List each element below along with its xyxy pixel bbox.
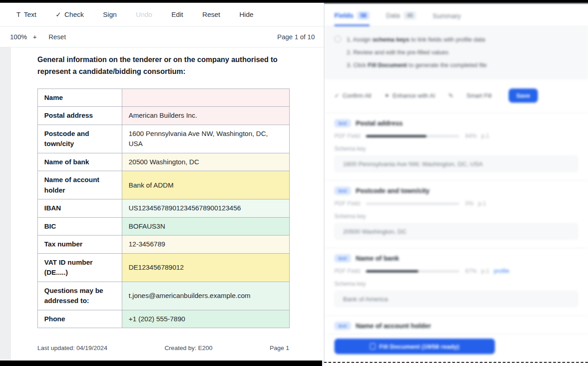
tab-data[interactable]: Data 46: [386, 11, 416, 26]
confirm-all-label: Confirm All: [343, 92, 371, 99]
table-row: Postal address American Builders Inc.: [38, 107, 290, 125]
last-updated-text: Last updated: 04/19/2024: [37, 345, 107, 351]
toolbar-button-text[interactable]: T Text: [16, 10, 36, 18]
form-section-heading: General information on the tenderer or o…: [37, 54, 284, 78]
field-card-header: text Name of account holder: [334, 322, 578, 330]
field-value[interactable]: 20500 Washington, DC: [122, 153, 290, 171]
zoom-toolbar: 100% + Reset Page 1 of 10: [0, 26, 324, 47]
toolbar-button-hide[interactable]: Hide: [239, 10, 254, 18]
field-value[interactable]: Bank of ADDM: [122, 171, 290, 199]
enhance-with-ai-button[interactable]: ✦ Enhance with AI: [385, 92, 435, 99]
instruction-list: 1. Assign schema keys to link fields wit…: [347, 33, 487, 72]
table-row: Name of account holder Bank of ADDM: [38, 171, 290, 199]
schema-key-label: Schema key: [334, 213, 578, 220]
toolbar-button-sign[interactable]: Sign: [103, 10, 117, 18]
field-value[interactable]: 1600 Pennsylvania Ave NW, Washington, DC…: [122, 125, 290, 153]
instruction-line: 2. Review and edit the pre-filled values: [347, 46, 487, 59]
tab-label: Data: [386, 12, 400, 19]
toolbar-button-label: Sign: [103, 10, 117, 18]
field-value[interactable]: American Builders Inc.: [122, 107, 290, 125]
field-label: Phone: [38, 310, 122, 328]
instruction-line: 3. Click Fill Document to generate the c…: [347, 59, 487, 72]
field-label: VAT ID number (DE.....): [38, 253, 122, 282]
field-label: BIC: [38, 217, 122, 235]
document-viewer: T Text ✓ Check Sign Undo Edit Reset Hide…: [0, 3, 324, 366]
field-value-input[interactable]: 20500 Washington, DC: [334, 223, 578, 240]
field-value[interactable]: t.jones@americanbuilders.example.com: [122, 282, 290, 310]
sparkle-icon: ✦: [385, 92, 390, 99]
info-circle-icon: [334, 36, 341, 42]
pdf-field-label: PDF Field:: [334, 268, 361, 274]
field-card-header: text Name of bank: [334, 254, 578, 262]
smart-fill-button[interactable]: Smart Fill: [467, 92, 492, 99]
document-icon: [370, 343, 375, 350]
top-black-bar: [0, 0, 588, 3]
field-value[interactable]: 12-3456789: [122, 235, 290, 254]
pencil-icon: ✎: [448, 92, 453, 99]
tab-fields[interactable]: Fields 58: [334, 11, 369, 26]
field-type-tag: text: [334, 322, 351, 330]
field-type-tag: text: [334, 254, 351, 262]
fill-document-button[interactable]: Fill Document (19/58 ready): [334, 339, 495, 354]
field-card-title: Name of bank: [356, 255, 399, 262]
panel-footer: Fill Document (19/58 ready): [324, 334, 588, 362]
field-value[interactable]: +1 (202) 555-7890: [122, 310, 290, 328]
table-row: Name: [38, 89, 290, 107]
field-value-input[interactable]: Bank of America: [334, 291, 578, 307]
field-card-title: Name of account holder: [356, 322, 431, 329]
field-card-title: Postal address: [356, 120, 403, 127]
field-card-list: text Postal address PDF Field: 84% p.1 S…: [324, 113, 588, 350]
table-row: Tax number 12-3456789: [38, 235, 290, 254]
editor-toolbar: T Text ✓ Check Sign Undo Edit Reset Hide: [0, 3, 324, 26]
field-card: text Postcode and town/city PDF Field: 0…: [324, 180, 588, 248]
zoom-reset-button[interactable]: Reset: [49, 33, 66, 41]
created-by-text: Created by: E200: [165, 345, 213, 351]
zoom-in-button[interactable]: +: [33, 33, 36, 41]
toolbar-button-edit[interactable]: Edit: [172, 10, 183, 18]
match-percent: 0%: [465, 200, 474, 207]
edit-icon[interactable]: ✎: [448, 92, 453, 99]
profile-link[interactable]: profile: [494, 268, 509, 274]
fields-panel: Fields 58 Data 46 Summary 1. Assign sche…: [324, 3, 588, 363]
page-reference: p.1: [481, 133, 489, 139]
schema-key-label: Schema key: [334, 146, 578, 152]
field-value[interactable]: DE123456789012: [122, 253, 290, 282]
field-label: Postcode and town/city: [38, 125, 122, 153]
confirm-all-button[interactable]: ✓ Confirm All: [334, 92, 371, 99]
field-card-header: text Postcode and town/city: [334, 187, 578, 195]
page-indicator: Page 1 of 10: [277, 33, 315, 41]
table-row: IBAN US123456789012345678900123456: [38, 199, 290, 218]
field-value[interactable]: [122, 89, 290, 107]
viewer-canvas: General information on the tenderer or o…: [0, 47, 324, 361]
fields-panel-content: Fields 58 Data 46 Summary 1. Assign sche…: [324, 4, 588, 362]
field-label: Name: [38, 89, 122, 107]
toolbar-button-label: Reset: [203, 10, 220, 18]
pdf-field-label: PDF Field:: [334, 200, 361, 207]
field-value-input[interactable]: 1600 Pennsylvania Ave NW, Washington, DC…: [334, 156, 578, 172]
panel-tabs: Fields 58 Data 46 Summary: [324, 4, 588, 26]
page-reference: p.1: [478, 200, 486, 207]
instruction-line: 1. Assign schema keys to link fields wit…: [347, 33, 487, 46]
match-progress-bar: [366, 203, 459, 205]
pdf-field-label: PDF Field:: [334, 133, 361, 139]
field-card: text Name of bank PDF Field: 67% p.1 pro…: [324, 248, 588, 315]
match-progress-bar: [366, 135, 459, 137]
app-root: T Text ✓ Check Sign Undo Edit Reset Hide…: [0, 0, 588, 366]
check-icon: ✓: [334, 92, 339, 99]
pdf-page: General information on the tenderer or o…: [11, 47, 324, 361]
field-value[interactable]: BOFAUS3N: [122, 217, 290, 235]
table-row: Postcode and town/city 1600 Pennsylvania…: [38, 125, 290, 153]
tab-summary[interactable]: Summary: [432, 12, 461, 26]
save-button[interactable]: Save: [509, 89, 538, 103]
page-number-text: Page 1: [270, 345, 289, 351]
field-card: text Postal address PDF Field: 84% p.1 S…: [324, 113, 588, 180]
table-row: Phone +1 (202) 555-7890: [38, 310, 290, 328]
field-label: IBAN: [38, 199, 122, 218]
toolbar-button-undo[interactable]: Undo: [136, 10, 152, 18]
toolbar-button-check[interactable]: ✓ Check: [56, 10, 84, 19]
bottom-black-bar: [0, 361, 322, 366]
field-card-title: Postcode and town/city: [356, 187, 430, 194]
toolbar-button-icon: ✓: [56, 10, 62, 19]
toolbar-button-reset[interactable]: Reset: [203, 10, 220, 18]
field-value[interactable]: US123456789012345678900123456: [122, 199, 290, 218]
